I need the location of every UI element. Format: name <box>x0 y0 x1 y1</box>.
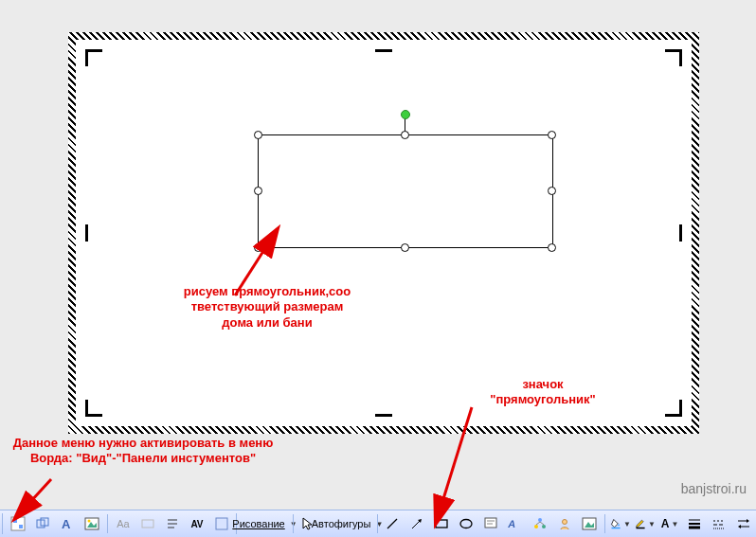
svg-rect-5 <box>19 525 23 528</box>
insert-diagram-button[interactable] <box>7 512 29 535</box>
crop-mark <box>85 224 88 242</box>
autoshapes-label: Автофигуры <box>312 518 371 529</box>
line-style-button[interactable] <box>683 512 706 535</box>
resize-handle[interactable] <box>254 131 262 139</box>
resize-handle[interactable] <box>254 187 262 195</box>
crop-mark <box>375 414 392 417</box>
wordart-button[interactable]: A <box>504 512 527 535</box>
svg-rect-12 <box>142 520 153 528</box>
svg-point-26 <box>534 525 538 528</box>
crop-mark <box>85 49 102 66</box>
svg-line-17 <box>387 519 397 528</box>
toolbar-grip[interactable] <box>2 513 4 534</box>
chevron-down-icon: ▼ <box>648 520 656 528</box>
fill-color-button[interactable]: ▼ <box>609 512 632 535</box>
svg-text:A: A <box>508 518 517 529</box>
crop-mark <box>679 224 682 242</box>
rectangle-shape[interactable] <box>258 134 553 248</box>
chevron-down-icon: ▼ <box>623 520 631 528</box>
watermark: banjstroi.ru <box>681 481 747 496</box>
insert-picture-button[interactable] <box>81 512 103 535</box>
svg-rect-34 <box>637 528 645 529</box>
svg-point-11 <box>88 520 91 523</box>
line-tool-button[interactable] <box>381 512 404 535</box>
group-button[interactable] <box>31 512 54 535</box>
svg-point-27 <box>542 525 546 528</box>
arrow-tool-button[interactable] <box>405 512 428 535</box>
annotation-menu-note: Данное меню нужно активировать в меню Во… <box>6 436 280 467</box>
annotation-rect-label: рисуем прямоугольник,соо тветствующий ра… <box>182 284 352 331</box>
toolbar-separator <box>604 514 605 533</box>
crop-mark <box>665 49 682 66</box>
resize-handle[interactable] <box>548 187 556 195</box>
svg-rect-19 <box>436 520 447 528</box>
clipart-button[interactable] <box>553 512 576 535</box>
toolbar-separator <box>107 514 108 533</box>
annotation-icon-label: значок "прямоугольник" <box>472 377 614 408</box>
resize-handle[interactable] <box>401 243 409 252</box>
toolbar-separator <box>377 514 378 533</box>
drawing-toolbar: A Aa AV Рисование▼ Автофигуры▼ A ▼ ▼ A▼ <box>0 510 756 537</box>
svg-point-25 <box>538 518 542 522</box>
chevron-down-icon: ▼ <box>671 520 678 528</box>
drawing-canvas[interactable] <box>76 40 692 426</box>
rectangle-tool-button[interactable] <box>430 512 453 535</box>
dash-style-button[interactable] <box>708 512 730 535</box>
insert-image-button[interactable] <box>578 512 601 535</box>
resize-handle[interactable] <box>548 243 556 252</box>
char-spacing-button[interactable]: AV <box>186 512 208 535</box>
text-aa-button: Aa <box>112 512 135 535</box>
svg-rect-4 <box>13 519 17 523</box>
crop-mark <box>375 49 392 52</box>
av-label: AV <box>190 519 203 529</box>
aa-label: Aa <box>117 518 129 529</box>
svg-rect-21 <box>485 518 496 528</box>
resize-handle[interactable] <box>401 131 409 139</box>
svg-rect-33 <box>612 528 621 529</box>
toolbar-separator <box>293 514 294 533</box>
svg-text:A: A <box>62 517 71 531</box>
arrow-style-button[interactable] <box>732 512 755 535</box>
oval-tool-button[interactable] <box>455 512 477 535</box>
font-color-a: A <box>661 517 670 530</box>
autoshapes-menu-button[interactable]: Автофигуры▼ <box>321 512 373 535</box>
textbox-tool-button[interactable] <box>479 512 502 535</box>
svg-point-20 <box>460 520 472 528</box>
svg-point-30 <box>563 520 567 525</box>
align-text-button[interactable] <box>161 512 184 535</box>
svg-line-28 <box>536 522 540 525</box>
text-effects-icon <box>136 512 159 535</box>
crop-mark <box>85 400 102 417</box>
resize-handle[interactable] <box>254 243 262 252</box>
diagram-button[interactable] <box>529 512 551 535</box>
font-color-button[interactable]: A▼ <box>658 512 681 535</box>
drawing-menu-button[interactable]: Рисование▼ <box>241 512 288 535</box>
wordart-a-button[interactable]: A <box>56 512 79 535</box>
rotation-handle[interactable] <box>401 110 410 119</box>
line-color-button[interactable]: ▼ <box>634 512 657 535</box>
crop-mark <box>665 400 682 417</box>
resize-handle[interactable] <box>548 131 556 139</box>
text-box-button[interactable] <box>210 512 233 535</box>
drawing-menu-label: Рисование <box>232 518 284 529</box>
svg-line-2 <box>30 479 51 502</box>
svg-line-29 <box>540 522 544 525</box>
svg-rect-16 <box>216 518 227 529</box>
